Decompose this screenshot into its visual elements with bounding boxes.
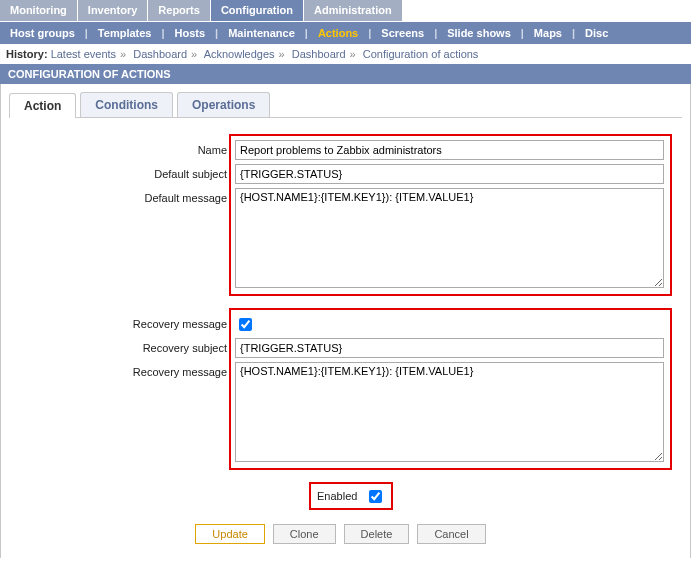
tab-action[interactable]: Action — [9, 93, 76, 118]
main-tab-configuration[interactable]: Configuration — [211, 0, 304, 21]
recovery-msg-input[interactable] — [235, 362, 664, 462]
default-subject-label: Default subject — [97, 164, 227, 180]
sub-hosts[interactable]: Hosts — [169, 27, 212, 39]
sub-slideshows[interactable]: Slide shows — [441, 27, 517, 39]
sub-templates[interactable]: Templates — [92, 27, 158, 39]
recovery-subject-label: Recovery subject — [97, 338, 227, 354]
group-recovery: Recovery message Recovery subject Recove… — [229, 308, 672, 470]
recovery-subject-input[interactable] — [235, 338, 664, 358]
button-bar: Update Clone Delete Cancel — [9, 520, 672, 544]
form-tabs: Action Conditions Operations — [9, 92, 682, 118]
cancel-button[interactable]: Cancel — [417, 524, 485, 544]
default-message-label: Default message — [97, 188, 227, 204]
update-button[interactable]: Update — [195, 524, 264, 544]
main-tab-inventory[interactable]: Inventory — [78, 0, 149, 21]
sub-screens[interactable]: Screens — [375, 27, 430, 39]
delete-button[interactable]: Delete — [344, 524, 410, 544]
sub-maintenance[interactable]: Maintenance — [222, 27, 301, 39]
tab-operations[interactable]: Operations — [177, 92, 270, 117]
history-item[interactable]: Dashboard — [133, 48, 187, 60]
name-input[interactable] — [235, 140, 664, 160]
history-item[interactable]: Configuration of actions — [363, 48, 479, 60]
enabled-checkbox[interactable] — [369, 490, 382, 503]
name-label: Name — [97, 140, 227, 156]
main-tab-reports[interactable]: Reports — [148, 0, 211, 21]
main-nav: Monitoring Inventory Reports Configurati… — [0, 0, 691, 22]
tab-conditions[interactable]: Conditions — [80, 92, 173, 117]
default-message-input[interactable] — [235, 188, 664, 288]
history-item[interactable]: Latest events — [51, 48, 116, 60]
history-item[interactable]: Dashboard — [292, 48, 346, 60]
page-title: CONFIGURATION OF ACTIONS — [0, 64, 691, 84]
recovery-message-checkbox[interactable] — [239, 318, 252, 331]
form-area: Name Default subject Default message Rec… — [9, 132, 682, 544]
group-default: Name Default subject Default message — [229, 134, 672, 296]
sub-maps[interactable]: Maps — [528, 27, 568, 39]
main-tab-administration[interactable]: Administration — [304, 0, 403, 21]
breadcrumb: History: Latest events» Dashboard» Ackno… — [0, 44, 691, 64]
history-label: History: — [6, 48, 48, 60]
group-enabled: Enabled — [309, 482, 393, 510]
recovery-message-label: Recovery message — [97, 314, 227, 330]
history-item[interactable]: Acknowledges — [204, 48, 275, 60]
recovery-msg-label: Recovery message — [97, 362, 227, 378]
sub-hostgroups[interactable]: Host groups — [4, 27, 81, 39]
sub-disc[interactable]: Disc — [579, 27, 614, 39]
enabled-label: Enabled — [317, 486, 357, 502]
sub-nav: Host groups| Templates| Hosts| Maintenan… — [0, 22, 691, 44]
clone-button[interactable]: Clone — [273, 524, 336, 544]
main-tab-monitoring[interactable]: Monitoring — [0, 0, 78, 21]
sub-actions[interactable]: Actions — [312, 27, 364, 39]
default-subject-input[interactable] — [235, 164, 664, 184]
panel: Action Conditions Operations Name Defaul… — [0, 84, 691, 558]
